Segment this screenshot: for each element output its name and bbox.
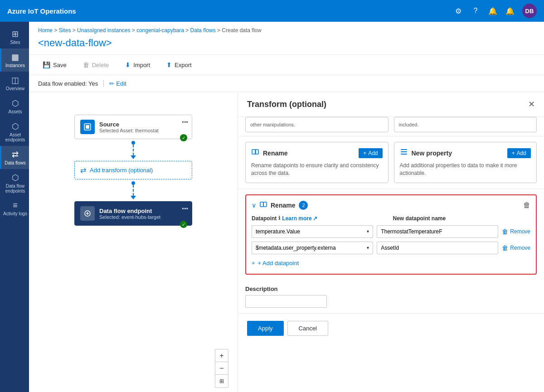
breadcrumb: Home > Sites > Unassigned instances > co… <box>29 22 544 35</box>
learn-more-text: Learn more <box>282 215 311 222</box>
asset-endpoints-icon: ⬡ <box>12 121 19 131</box>
breadcrumb-unassigned[interactable]: Unassigned instances <box>77 27 130 34</box>
new-property-card-title-row: New property <box>400 148 452 158</box>
edit-button[interactable]: ✏ Edit <box>109 80 126 87</box>
top-card-left-text: other manipulations. <box>250 122 384 127</box>
description-input[interactable] <box>245 295 327 308</box>
zoom-in-button[interactable]: + <box>215 349 228 362</box>
rename-expand-button[interactable]: ∨ <box>252 202 256 209</box>
sidebar-item-label: Asset endpoints <box>3 132 27 142</box>
new-name-input-1[interactable] <box>377 225 498 238</box>
panel-title: Transform (optional) <box>247 100 326 109</box>
sidebar-item-overview[interactable]: ◫ Overview <box>0 72 29 95</box>
toolbar: 💾 Save 🗑 Delete ⬇ Import ⬆ Export <box>29 54 544 75</box>
notification-icon[interactable]: 🔔 <box>505 6 515 16</box>
source-node-icon <box>80 120 95 134</box>
rename-section-header: ∨ Rename 2 🗑 <box>252 201 530 210</box>
panel-close-button[interactable]: ✕ <box>528 99 535 109</box>
learn-more-link[interactable]: Learn more ↗ <box>282 215 317 222</box>
sidebar-item-sites[interactable]: ⊞ Sites <box>0 25 29 48</box>
chevron-down-icon-1: ▾ <box>367 229 369 234</box>
endpoint-node[interactable]: Data flow endpoint Selected: event-hubs-… <box>74 201 192 226</box>
rename-add-button[interactable]: + Add <box>359 148 382 158</box>
remove-button-1[interactable]: 🗑 Remove <box>502 228 530 235</box>
new-datapoint-column-label: New datapoint name <box>393 215 531 222</box>
rename-card-desc: Rename datapoints to ensure clarity and … <box>251 162 383 177</box>
sidebar-item-data-flows[interactable]: ⇄ Data flows <box>0 146 29 169</box>
rename-card-title: Rename <box>263 150 287 157</box>
rename-card: Rename + Add Rename datapoints to ensure… <box>245 142 389 183</box>
save-button[interactable]: 💾 Save <box>38 58 71 71</box>
rename-card-header: Rename + Add <box>251 148 383 158</box>
delete-button[interactable]: 🗑 Delete <box>78 58 114 71</box>
sites-icon: ⊞ <box>12 29 19 39</box>
sidebar: ⊞ Sites ▦ Instances ◫ Overview ⬡ Assets … <box>0 22 29 392</box>
svg-rect-6 <box>401 151 407 152</box>
activity-logs-icon: ≡ <box>13 201 18 210</box>
svg-rect-9 <box>263 202 267 207</box>
source-node-text: Source Selected Asset: thermostat <box>99 121 186 133</box>
source-node[interactable]: Source Selected Asset: thermostat ••• ✓ <box>74 115 192 139</box>
new-property-card-header: New property + Add <box>400 148 531 158</box>
sidebar-item-activity-logs[interactable]: ≡ Activity logs <box>0 197 29 220</box>
breadcrumb-data-flows[interactable]: Data flows <box>190 27 216 34</box>
chevron-down-icon-2: ▾ <box>367 245 369 250</box>
breadcrumb-current: Create data flow <box>222 27 261 34</box>
new-datapoint-label-text: New datapoint name <box>393 215 446 222</box>
assets-icon: ⬡ <box>12 98 19 108</box>
breadcrumb-instance[interactable]: congenial-capybara <box>136 27 184 34</box>
cards-row: Rename + Add Rename datapoints to ensure… <box>238 136 544 189</box>
remove-button-2[interactable]: 🗑 Remove <box>502 244 530 252</box>
zoom-fit-button[interactable]: ⊞ <box>215 375 228 387</box>
flow-canvas: Source Selected Asset: thermostat ••• ✓ <box>29 92 238 392</box>
save-label: Save <box>53 62 67 68</box>
export-button[interactable]: ⬆ Export <box>162 58 196 71</box>
sidebar-item-asset-endpoints[interactable]: ⬡ Asset endpoints <box>0 118 29 146</box>
external-link-icon: ↗ <box>313 215 317 222</box>
sidebar-item-label: Sites <box>10 40 20 45</box>
import-icon: ⬇ <box>125 61 131 68</box>
rename-add-plus: + <box>363 150 366 156</box>
svg-rect-5 <box>401 149 407 150</box>
apply-button[interactable]: Apply <box>247 321 284 336</box>
sidebar-item-label: Instances <box>5 63 25 68</box>
breadcrumb-sites[interactable]: Sites <box>59 27 71 34</box>
remove-icon-1: 🗑 <box>502 228 508 235</box>
new-property-card-desc: Add additional properties to data to mak… <box>400 162 531 177</box>
edit-icon: ✏ <box>109 80 114 87</box>
delete-icon: 🗑 <box>83 61 89 68</box>
rename-section-title: Rename <box>271 202 295 209</box>
rename-add-label: Add <box>368 150 378 156</box>
zoom-out-button[interactable]: − <box>215 362 228 375</box>
sidebar-item-assets[interactable]: ⬡ Assets <box>0 95 29 118</box>
zoom-controls: + − ⊞ <box>215 349 228 388</box>
import-button[interactable]: ⬇ Import <box>121 58 155 71</box>
help-icon[interactable]: ? <box>471 6 481 16</box>
sidebar-item-data-flow-endpoints[interactable]: ⬡ Data flow endpoints <box>0 169 29 197</box>
feedback-icon[interactable]: 🔔 <box>488 6 498 16</box>
endpoint-node-menu[interactable]: ••• <box>182 205 188 212</box>
new-property-add-button[interactable]: + Add <box>507 148 531 158</box>
new-name-input-2[interactable] <box>377 242 498 254</box>
add-datapoint-plus: + <box>252 260 255 266</box>
transform-node[interactable]: ⇄ Add transform (optional) <box>74 161 192 179</box>
add-datapoint-button[interactable]: + + Add datapoint <box>252 258 299 268</box>
datapoint-select-1[interactable]: temperature.Value ▾ <box>252 225 373 238</box>
sidebar-item-label: Data flow endpoints <box>3 184 27 194</box>
description-label: Description <box>245 286 537 292</box>
source-node-menu[interactable]: ••• <box>182 119 188 126</box>
data-flows-icon: ⇄ <box>12 150 19 160</box>
endpoint-node-icon <box>80 206 95 221</box>
cancel-button[interactable]: Cancel <box>287 321 328 336</box>
user-avatar[interactable]: DB <box>522 4 537 18</box>
delete-label: Delete <box>92 62 109 68</box>
new-property-add-plus: + <box>512 150 515 156</box>
settings-icon[interactable]: ⚙ <box>453 6 463 16</box>
remove-label-2: Remove <box>510 245 530 251</box>
canvas-nodes: Source Selected Asset: thermostat ••• ✓ <box>38 101 228 226</box>
breadcrumb-home[interactable]: Home <box>38 27 53 34</box>
rename-delete-button[interactable]: 🗑 <box>523 201 530 209</box>
sidebar-item-instances[interactable]: ▦ Instances <box>0 48 29 72</box>
app-title: Azure IoT Operations <box>7 7 453 15</box>
datapoint-select-2[interactable]: $metadata.user_property.externa ▾ <box>252 242 373 254</box>
